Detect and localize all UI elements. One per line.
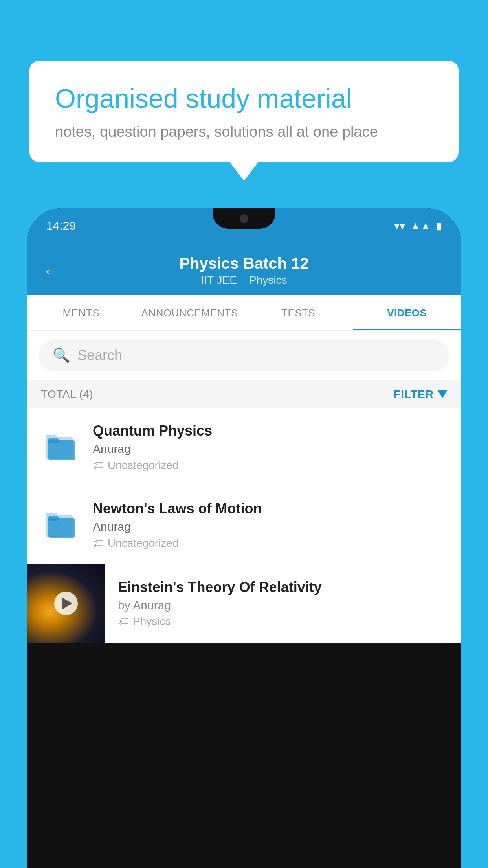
search-bar[interactable]: 🔍 Search [39, 339, 449, 371]
tag-label: Uncategorized [108, 537, 179, 550]
list-item[interactable]: Quantum Physics Anurag 🏷 Uncategorized [27, 408, 461, 486]
camera [240, 214, 248, 223]
list-item[interactable]: Newton's Laws of Motion Anurag 🏷 Uncateg… [27, 486, 461, 564]
video-icon-wrapper [41, 433, 80, 462]
svg-rect-3 [48, 438, 59, 443]
video-tag: 🏷 Physics [118, 615, 447, 628]
play-button[interactable] [54, 592, 78, 615]
tab-announcements[interactable]: ANNOUNCEMENTS [136, 295, 244, 330]
battery-icon: ▮ [436, 220, 442, 232]
tab-tests[interactable]: TESTS [244, 295, 353, 330]
svg-rect-7 [48, 516, 59, 521]
video-tag: 🏷 Uncategorized [93, 537, 447, 550]
speech-bubble: Organised study material notes, question… [29, 61, 459, 162]
tabs-bar: MENTS ANNOUNCEMENTS TESTS VIDEOS [27, 295, 461, 331]
folder-icon [45, 511, 76, 539]
list-item[interactable]: Einstein's Theory Of Relativity by Anura… [27, 564, 461, 643]
tag-icon: 🏷 [93, 537, 104, 550]
signal-icon: ▲▲ [411, 220, 431, 232]
app-header: ← Physics Batch 12 IIT JEE Physics [27, 243, 461, 295]
search-bar-wrapper: 🔍 Search [27, 331, 461, 380]
video-thumbnail [27, 564, 105, 643]
video-title: Newton's Laws of Motion [93, 500, 447, 517]
video-author: Anurag [93, 520, 447, 533]
tab-ments[interactable]: MENTS [27, 295, 136, 330]
video-info: Quantum Physics Anurag 🏷 Uncategorized [93, 423, 447, 472]
filter-label: FILTER [394, 388, 434, 401]
video-info: Einstein's Theory Of Relativity by Anura… [118, 568, 447, 639]
filter-button[interactable]: FILTER [394, 388, 447, 401]
status-time: 14:29 [46, 219, 76, 232]
bubble-subtitle: notes, question papers, solutions all at… [55, 123, 433, 140]
video-icon-wrapper [41, 511, 80, 539]
video-author: Anurag [93, 442, 447, 456]
content-area: Quantum Physics Anurag 🏷 Uncategorized [27, 408, 461, 643]
video-author: by Anurag [118, 599, 447, 612]
folder-icon [45, 433, 76, 462]
video-title: Einstein's Theory Of Relativity [118, 579, 447, 596]
header-title: Physics Batch 12 [72, 255, 416, 272]
search-input[interactable]: Search [77, 347, 122, 364]
back-button[interactable]: ← [42, 260, 61, 281]
status-bar: 14:29 ▾▾ ▲▲ ▮ [27, 208, 461, 243]
wifi-icon: ▾▾ [394, 219, 405, 232]
filter-bar: TOTAL (4) FILTER [27, 380, 461, 408]
play-icon [62, 598, 72, 609]
video-title: Quantum Physics [93, 423, 447, 439]
video-tag: 🏷 Uncategorized [93, 459, 447, 472]
search-icon: 🔍 [53, 347, 70, 364]
filter-icon [438, 390, 447, 398]
tag-label: Physics [133, 615, 171, 628]
header-title-block: Physics Batch 12 IIT JEE Physics [72, 255, 416, 287]
tag-icon: 🏷 [93, 459, 104, 472]
status-icons: ▾▾ ▲▲ ▮ [394, 219, 442, 232]
tag-icon: 🏷 [118, 615, 129, 628]
video-info: Newton's Laws of Motion Anurag 🏷 Uncateg… [93, 500, 447, 550]
bubble-title: Organised study material [55, 83, 433, 115]
header-subtitle-2: Physics [249, 274, 287, 286]
total-count: TOTAL (4) [41, 388, 93, 401]
phone-shell: 14:29 ▾▾ ▲▲ ▮ ← Physics Batch 12 IIT JEE… [27, 208, 461, 868]
phone-notch [213, 208, 275, 229]
tag-label: Uncategorized [108, 459, 179, 472]
tab-videos[interactable]: VIDEOS [353, 295, 462, 330]
header-subtitle: IIT JEE Physics [72, 274, 416, 287]
header-subtitle-1: IIT JEE [201, 274, 237, 286]
